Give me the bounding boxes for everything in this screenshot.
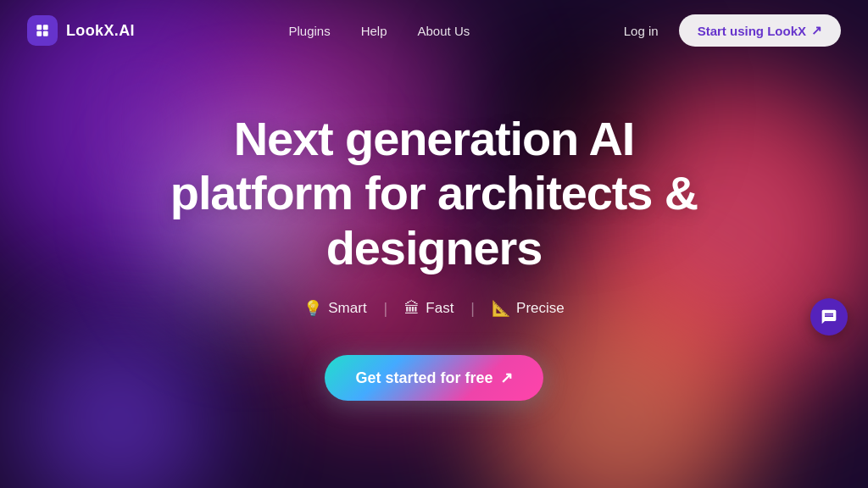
get-started-label: Get started for free: [355, 369, 492, 387]
divider-1: |: [384, 300, 388, 318]
svg-rect-0: [36, 25, 42, 30]
fast-icon: 🏛: [404, 300, 420, 318]
nav-links: Plugins Help About Us: [288, 24, 470, 38]
hero-section: Next generation AI platform for architec…: [0, 61, 868, 401]
svg-rect-2: [36, 31, 42, 36]
divider-2: |: [470, 300, 475, 318]
precise-icon: 📐: [492, 299, 510, 318]
logo-svg: [34, 22, 51, 39]
hero-title: Next generation AI platform for architec…: [137, 112, 731, 275]
feature-fast-label: Fast: [426, 300, 453, 317]
smart-icon: 💡: [303, 299, 322, 318]
nav-link-about[interactable]: About Us: [418, 24, 470, 38]
feature-precise-label: Precise: [516, 300, 565, 317]
logo-icon: [27, 15, 58, 46]
nav-login-button[interactable]: Log in: [624, 24, 659, 38]
get-started-arrow: ↗: [500, 369, 513, 387]
svg-rect-3: [43, 31, 48, 36]
nav-right: Log in Start using LookX ↗: [624, 14, 841, 47]
feature-smart: 💡 Smart: [303, 299, 366, 318]
start-cta-arrow: ↗: [811, 23, 822, 38]
nav-link-plugins[interactable]: Plugins: [288, 24, 330, 38]
nav-logo[interactable]: LookX.AI: [27, 15, 135, 46]
feature-precise: 📐 Precise: [492, 299, 565, 318]
get-started-button[interactable]: Get started for free ↗: [325, 355, 542, 401]
svg-rect-1: [43, 25, 48, 30]
logo-text: LookX.AI: [66, 22, 135, 40]
feature-fast: 🏛 Fast: [404, 300, 453, 318]
nav-link-help[interactable]: Help: [361, 24, 387, 38]
navbar: LookX.AI Plugins Help About Us Log in St…: [0, 0, 868, 61]
chat-bubble-icon: [821, 308, 837, 325]
chat-bubble-button[interactable]: [810, 298, 848, 336]
feature-smart-label: Smart: [328, 300, 366, 317]
start-cta-label: Start using LookX: [698, 24, 806, 38]
hero-features: 💡 Smart | 🏛 Fast | 📐 Precise: [303, 299, 564, 318]
start-cta-button[interactable]: Start using LookX ↗: [679, 14, 841, 47]
